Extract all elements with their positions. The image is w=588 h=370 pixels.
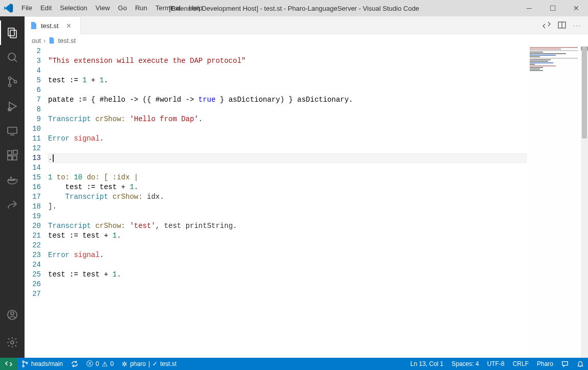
- code-line[interactable]: 1 to: 10 do: [ :idx |: [48, 173, 527, 182]
- line-number[interactable]: 19: [25, 212, 41, 221]
- code-area[interactable]: "This extension will execute the DAP pro…: [48, 47, 588, 358]
- compare-changes-icon[interactable]: [542, 21, 551, 29]
- code-line[interactable]: Error signal.: [48, 250, 527, 260]
- tab-test-st[interactable]: test.st ✕: [25, 16, 81, 34]
- status-sync[interactable]: [67, 358, 82, 370]
- line-number[interactable]: 15: [25, 173, 41, 182]
- code-line-current[interactable]: .: [48, 153, 527, 163]
- code-line[interactable]: [48, 289, 527, 299]
- minimize-button[interactable]: ─: [517, 0, 541, 16]
- menu-run[interactable]: Run: [131, 0, 151, 16]
- line-number[interactable]: 3: [25, 56, 41, 66]
- ab-remote-explorer-icon[interactable]: [0, 119, 25, 143]
- tab-bar: test.st ✕ ···: [25, 16, 588, 34]
- line-number[interactable]: 12: [25, 144, 41, 153]
- code-line[interactable]: [48, 260, 527, 270]
- line-number[interactable]: 21: [25, 231, 41, 241]
- scrollbar-thumb[interactable]: [582, 47, 587, 138]
- remote-indicator[interactable]: [0, 358, 17, 370]
- code-line[interactable]: ].: [48, 202, 527, 212]
- code-line[interactable]: [48, 280, 527, 289]
- code-line[interactable]: test := test + 1.: [48, 182, 527, 192]
- more-actions-icon[interactable]: ···: [573, 21, 582, 29]
- code-line[interactable]: Transcript crShow: 'test', test printStr…: [48, 221, 527, 231]
- status-eol[interactable]: CRLF: [509, 358, 533, 370]
- line-number[interactable]: 7: [25, 95, 41, 105]
- ab-live-share-icon[interactable]: [0, 192, 25, 217]
- line-number[interactable]: 17: [25, 192, 41, 202]
- close-button[interactable]: ✕: [564, 0, 588, 16]
- line-number[interactable]: 9: [25, 114, 41, 124]
- line-number[interactable]: 23: [25, 250, 41, 260]
- line-number[interactable]: 22: [25, 241, 41, 250]
- code-editor[interactable]: 2345678910111213141516171819202122232425…: [25, 47, 588, 358]
- breadcrumb-out[interactable]: out: [32, 37, 41, 44]
- status-pharo[interactable]: ✲ pharo | ✓ test.st: [118, 358, 180, 370]
- code-line[interactable]: "This extension will execute the DAP pro…: [48, 56, 527, 66]
- ab-explorer-icon[interactable]: [0, 20, 25, 45]
- menu-help[interactable]: Help: [185, 0, 207, 16]
- minimap[interactable]: [528, 47, 580, 358]
- maximize-button[interactable]: ☐: [541, 0, 564, 16]
- ab-accounts-icon[interactable]: [0, 303, 25, 327]
- code-line[interactable]: [48, 85, 527, 95]
- line-number[interactable]: 10: [25, 124, 41, 134]
- tab-close-icon[interactable]: ✕: [66, 22, 72, 30]
- menu-view[interactable]: View: [92, 0, 114, 16]
- line-number[interactable]: 27: [25, 289, 41, 299]
- code-line[interactable]: test := test + 1.: [48, 231, 527, 241]
- code-line[interactable]: test := test + 1.: [48, 270, 527, 280]
- status-notifications-icon[interactable]: [573, 358, 588, 370]
- line-number[interactable]: 6: [25, 85, 41, 95]
- ab-source-control-icon[interactable]: [0, 70, 25, 94]
- status-branch[interactable]: heads/main: [17, 358, 67, 370]
- menu-selection[interactable]: Selection: [56, 0, 91, 16]
- line-number[interactable]: 8: [25, 105, 41, 114]
- code-line[interactable]: Error signal.: [48, 134, 527, 144]
- line-number[interactable]: 14: [25, 163, 41, 173]
- ab-extensions-icon[interactable]: [0, 143, 25, 168]
- line-number[interactable]: 18: [25, 202, 41, 212]
- code-line[interactable]: [48, 144, 527, 153]
- menu-terminal[interactable]: Terminal: [151, 0, 185, 16]
- line-number[interactable]: 16: [25, 182, 41, 192]
- status-cursor-position[interactable]: Ln 13, Col 1: [406, 358, 448, 370]
- vertical-scrollbar[interactable]: [581, 47, 588, 358]
- status-language[interactable]: Pharo: [533, 358, 557, 370]
- line-number[interactable]: 20: [25, 221, 41, 231]
- code-line[interactable]: [48, 124, 527, 134]
- status-encoding[interactable]: UTF-8: [483, 358, 509, 370]
- code-line[interactable]: [48, 105, 527, 114]
- line-number[interactable]: 5: [25, 76, 41, 85]
- code-line[interactable]: [48, 212, 527, 221]
- line-number[interactable]: 2: [25, 47, 41, 56]
- code-line[interactable]: [48, 241, 527, 250]
- code-line[interactable]: [48, 163, 527, 173]
- breadcrumbs[interactable]: out › test.st: [25, 34, 588, 47]
- split-editor-icon[interactable]: [558, 21, 566, 29]
- menu-go[interactable]: Go: [114, 0, 131, 16]
- menu-edit[interactable]: Edit: [36, 0, 56, 16]
- ab-search-icon[interactable]: [0, 45, 25, 70]
- code-line[interactable]: test := 1 + 1.: [48, 76, 527, 85]
- line-number[interactable]: 26: [25, 280, 41, 289]
- ab-docker-icon[interactable]: [0, 168, 25, 192]
- status-indent[interactable]: Spaces: 4: [447, 358, 483, 370]
- status-feedback-icon[interactable]: [557, 358, 573, 370]
- line-number[interactable]: 24: [25, 260, 41, 270]
- ab-run-debug-icon[interactable]: [0, 94, 25, 119]
- line-number[interactable]: 25: [25, 270, 41, 280]
- line-number[interactable]: 11: [25, 134, 41, 144]
- breadcrumb-file[interactable]: test.st: [58, 37, 76, 44]
- code-line[interactable]: [48, 66, 527, 76]
- code-line[interactable]: patate := { #hello -> ({ #world -> true …: [48, 95, 527, 105]
- ab-settings-icon[interactable]: [0, 330, 25, 355]
- menu-file[interactable]: File: [17, 0, 36, 16]
- status-problems[interactable]: ⓧ0 ⚠0: [82, 358, 118, 370]
- code-line[interactable]: Transcript crShow: 'Hello from Dap'.: [48, 114, 527, 124]
- svg-point-5: [9, 84, 11, 87]
- code-line[interactable]: Transcript crShow: idx.: [48, 192, 527, 202]
- line-number[interactable]: 4: [25, 66, 41, 76]
- line-number[interactable]: 13: [25, 153, 41, 163]
- code-line[interactable]: [48, 47, 527, 56]
